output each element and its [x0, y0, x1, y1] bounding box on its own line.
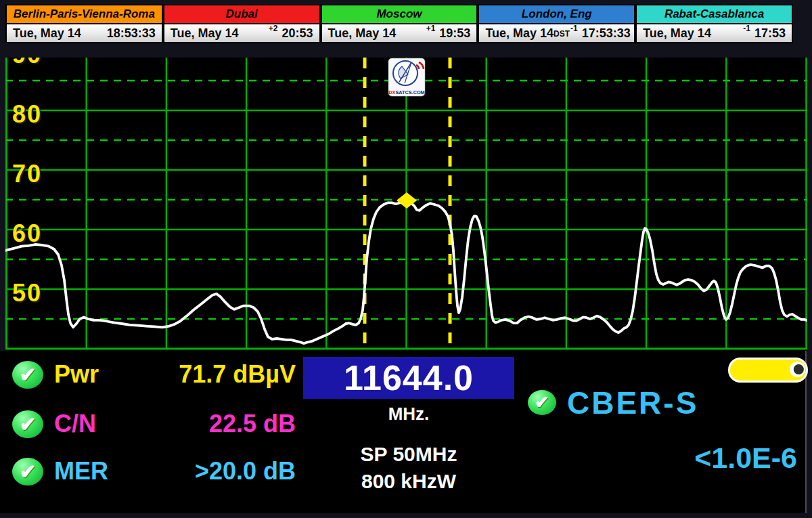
mer-ok-check-icon: ✔	[12, 458, 43, 485]
dxsatcs-logo: DXSATCS.COM	[388, 58, 426, 97]
y-tick-50: 50	[12, 281, 42, 305]
clock-moscow: Moscow Tue, May 14 +1 19:53	[321, 4, 478, 49]
logo-brand-rest: SATCS.COM	[395, 89, 424, 95]
marker-toggle[interactable]	[728, 358, 808, 383]
cn-label: C/N	[54, 410, 96, 437]
clock-time-rabat: Tue, May 14 -1 17:53	[635, 24, 793, 43]
spectrum-plot: 9080706050 DXSATCS.COM	[5, 58, 807, 351]
clock-time-dubai: Tue, May 14 +2 20:53	[163, 24, 321, 43]
cn-ok-check-icon: ✔	[12, 410, 43, 438]
y-tick-70: 70	[12, 162, 42, 186]
world-clock-bar: Berlin-Paris-Vienna-Roma Tue, May 14 18:…	[5, 4, 793, 49]
measurement-panel: ✔ Pwr 71.7 dBµV ✔ C/N 22.5 dB ✔ MER >20.…	[0, 351, 807, 513]
clock-date: Tue, May 14	[485, 26, 554, 41]
clock-time-moscow: Tue, May 14 +1 19:53	[321, 24, 478, 43]
clock-time: 17:53	[754, 26, 786, 41]
cber-value: <1.0E-6	[609, 441, 797, 475]
city-label-london: London, Eng	[478, 4, 635, 24]
frequency-display[interactable]: 11644.0	[303, 357, 514, 399]
clock-time: 19:53	[439, 26, 470, 41]
y-tick-60: 60	[12, 221, 42, 246]
city-label-berlin: Berlin-Paris-Vienna-Roma	[5, 4, 163, 24]
clock-time-berlin: Tue, May 14 18:53:33	[5, 24, 163, 43]
pwr-ok-check-icon: ✔	[12, 361, 43, 389]
mer-value: >20.0 dB	[122, 458, 296, 485]
bandwidth-setting: 800 kHzW	[303, 470, 514, 493]
city-label-rabat: Rabat-Casablanca	[635, 4, 793, 24]
clock-dubai: Dubai Tue, May 14 +2 20:53	[163, 4, 321, 49]
clock-offset: -1	[570, 24, 578, 33]
clock-offset: +2	[269, 24, 278, 33]
span-setting: SP 50MHz	[303, 443, 514, 466]
toggle-knob-icon[interactable]	[790, 362, 805, 377]
clock-date: Tue, May 14	[171, 26, 239, 41]
y-tick-90: 90	[12, 58, 42, 67]
clock-offset: -1	[743, 24, 750, 33]
y-tick-80: 80	[12, 102, 42, 127]
spectrum-canvas	[5, 58, 807, 351]
city-label-moscow: Moscow	[321, 4, 478, 24]
cber-ok-check-icon: ✔	[528, 390, 556, 415]
cber-label: CBER-S	[567, 385, 698, 421]
clock-offset-prefix: DST	[554, 29, 570, 39]
city-label-dubai: Dubai	[163, 4, 321, 24]
svg-text:DXSATCS.COM: DXSATCS.COM	[388, 89, 424, 95]
cn-value: 22.5 dB	[122, 410, 296, 437]
clock-date: Tue, May 14	[643, 26, 711, 41]
clock-rabat: Rabat-Casablanca Tue, May 14 -1 17:53	[635, 4, 793, 49]
pwr-label: Pwr	[54, 361, 99, 388]
clock-time: 18:53:33	[107, 26, 156, 41]
clock-offset: +1	[426, 24, 436, 33]
clock-time: 20:53	[282, 26, 313, 41]
clock-date: Tue, May 14	[13, 26, 81, 41]
pwr-value: 71.7 dBµV	[122, 361, 296, 388]
clock-date: Tue, May 14	[328, 26, 397, 41]
clock-berlin: Berlin-Paris-Vienna-Roma Tue, May 14 18:…	[5, 4, 163, 49]
clock-time-london: Tue, May 14 DST -1 17:53:33	[478, 24, 635, 43]
frequency-unit: MHz.	[303, 404, 514, 425]
logo-brand-dx: DX	[388, 89, 395, 95]
mer-label: MER	[54, 458, 108, 485]
clock-time: 17:53:33	[582, 26, 631, 41]
clock-london: London, Eng Tue, May 14 DST -1 17:53:33	[478, 4, 635, 49]
